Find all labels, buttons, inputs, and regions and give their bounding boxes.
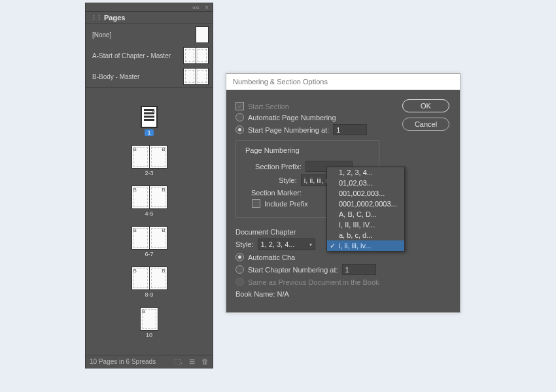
spread[interactable]: B B 4-5 — [131, 186, 167, 217]
page-number: 6-7 — [145, 251, 153, 257]
pages-panel: «« × ⋮⋮ Pages [None] A-Start of Chapter … — [85, 3, 213, 368]
page-thumb[interactable]: B — [131, 226, 150, 250]
style-option[interactable]: a, b, c, d... — [327, 230, 404, 240]
radio-icon — [235, 278, 244, 286]
master-row[interactable]: B-Body - Master — [86, 66, 213, 87]
section-prefix-label: Section Prefix: — [243, 163, 302, 171]
style-option[interactable]: 0001,0002,0003... — [327, 199, 404, 209]
grip-icon: ⋮⋮ — [91, 14, 101, 21]
page-number: 8-9 — [145, 291, 153, 298]
start-chapter-input[interactable]: 1 — [342, 264, 376, 275]
spread[interactable]: B B 6-7 — [131, 226, 167, 257]
page-thumb[interactable]: B — [150, 226, 167, 250]
close-icon[interactable]: × — [205, 4, 209, 11]
spread[interactable]: A 1 — [141, 106, 158, 136]
panel-topbar: «« × — [86, 3, 213, 11]
panel-footer: 10 Pages in 6 Spreads ⬚. ⊞ 🗑 — [86, 355, 213, 368]
delete-page-icon[interactable]: 🗑 — [201, 357, 209, 366]
master-thumb — [183, 47, 209, 64]
checkbox-icon — [252, 199, 260, 208]
group-title: Page Numbering — [243, 146, 302, 154]
master-thumb — [183, 68, 209, 85]
panel-status: 10 Pages in 6 Spreads — [90, 358, 156, 365]
doc-chapter-label: Document Chapter — [235, 228, 296, 236]
document-pages: A 1 B B 2-3 B B 4-5 B B 6-7 — [86, 88, 213, 355]
page-thumb[interactable]: A — [141, 106, 158, 128]
doc-style-select[interactable]: 1, 2, 3, 4... ▾ — [258, 238, 315, 250]
spread[interactable]: B B 8-9 — [131, 267, 167, 298]
page-thumb[interactable]: B — [150, 186, 167, 209]
master-label: [None] — [92, 31, 111, 39]
radio-icon — [235, 265, 244, 274]
page-number: 10 — [146, 332, 152, 338]
master-row[interactable]: A-Start of Chapter - Master — [86, 45, 213, 66]
master-row[interactable]: [None] — [86, 24, 213, 45]
start-section-checkbox[interactable]: ✓ Start Section — [235, 102, 379, 110]
book-name-label: Book Name: N/A — [235, 290, 289, 298]
master-label: B-Body - Master — [92, 73, 139, 80]
page-number-badge: 1 — [145, 129, 153, 136]
radio-icon — [235, 253, 244, 261]
page-thumb[interactable]: B — [131, 186, 150, 209]
spread[interactable]: B B 2-3 — [131, 145, 167, 176]
chevron-down-icon: ▾ — [309, 242, 312, 248]
collapse-icon[interactable]: «« — [192, 4, 200, 11]
style-label: Style: — [243, 176, 297, 184]
auto-page-numbering-radio[interactable]: Automatic Page Numbering — [235, 113, 379, 122]
doc-style-label: Style: — [235, 240, 254, 248]
master-thumb — [196, 26, 209, 43]
page-thumb[interactable]: B — [131, 267, 150, 290]
start-page-input[interactable]: 1 — [333, 124, 367, 135]
page-thumb[interactable]: B — [140, 307, 158, 331]
style-option-selected[interactable]: ✓i, ii, iii, iv... — [327, 240, 404, 251]
cancel-button[interactable]: Cancel — [402, 118, 449, 131]
style-option[interactable]: 1, 2, 3, 4... — [327, 167, 404, 178]
style-dropdown[interactable]: 1, 2, 3, 4... 01,02,03... 001,002,003...… — [326, 167, 405, 252]
checkbox-icon: ✓ — [235, 102, 244, 110]
pages-tab-label: Pages — [104, 14, 125, 22]
page-thumb[interactable]: B — [131, 145, 150, 169]
auto-chapter-radio[interactable]: Automatic Cha — [235, 253, 379, 261]
radio-icon — [235, 113, 244, 122]
style-option[interactable]: I, II, III, IV... — [327, 220, 404, 230]
ok-button[interactable]: OK — [402, 99, 449, 112]
check-icon: ✓ — [330, 242, 336, 250]
style-option[interactable]: 01,02,03... — [327, 178, 404, 188]
edit-page-icon[interactable]: ⬚. — [174, 357, 182, 366]
start-page-numbering-radio[interactable]: Start Page Numbering at: 1 — [235, 124, 379, 135]
style-option[interactable]: A, B, C, D... — [327, 209, 404, 220]
spread[interactable]: B 10 — [140, 307, 158, 338]
page-number: 2-3 — [145, 170, 153, 176]
page-number: 4-5 — [145, 210, 153, 217]
start-chapter-radio[interactable]: Start Chapter Numbering at: 1 — [235, 264, 379, 275]
page-thumb[interactable]: B — [150, 267, 167, 290]
masters-list: [None] A-Start of Chapter - Master B-Bod… — [86, 24, 213, 88]
page-thumb[interactable]: B — [150, 145, 167, 169]
section-marker-label: Section Marker: — [243, 189, 302, 197]
new-page-icon[interactable]: ⊞ — [189, 357, 195, 366]
radio-icon — [235, 125, 244, 134]
master-label: A-Start of Chapter - Master — [92, 52, 171, 59]
pages-tab[interactable]: ⋮⋮ Pages — [86, 11, 213, 24]
master-letter: A — [152, 108, 155, 114]
same-as-prev-radio: Same as Previous Document in the Book — [235, 278, 379, 286]
style-option[interactable]: 001,002,003... — [327, 188, 404, 199]
numbering-options-dialog: Numbering & Section Options OK Cancel ✓ … — [226, 73, 460, 313]
dialog-title: Numbering & Section Options — [226, 74, 460, 90]
